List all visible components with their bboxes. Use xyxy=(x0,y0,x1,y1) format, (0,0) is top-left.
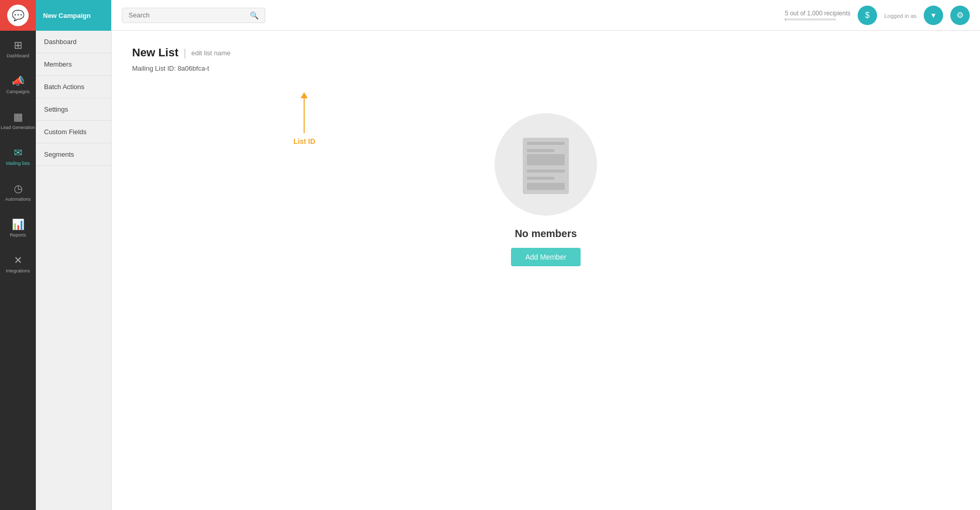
sidebar-item-dashboard[interactable]: ⊞ Dashboard xyxy=(0,31,36,67)
sidebar-item-mailing-lists[interactable]: ✉ Mailing lists xyxy=(0,138,36,174)
annotation-label: List ID xyxy=(293,137,315,145)
recipients-text: 5 out of 1,000 recipients xyxy=(785,10,850,17)
search-box[interactable]: 🔍 xyxy=(122,8,265,23)
empty-state: No members Add Member xyxy=(132,82,960,297)
mailing-lists-label: Mailing lists xyxy=(6,161,30,166)
recipients-bar xyxy=(785,18,836,20)
doc-line-3 xyxy=(527,169,565,173)
sidebar-menu-settings[interactable]: Settings xyxy=(36,98,111,121)
reports-label: Reports xyxy=(10,232,26,238)
recipients-bar-fill xyxy=(785,18,785,20)
sidebar-menu-members[interactable]: Members xyxy=(36,53,111,76)
add-member-button[interactable]: Add Member xyxy=(511,248,581,266)
sidebar-menu-segments[interactable]: Segments xyxy=(36,143,111,166)
mailing-id-label: Mailing List ID: xyxy=(132,65,176,72)
mailing-id-value: 8a06bfca-t xyxy=(178,65,209,72)
integrations-icon: ✕ xyxy=(14,254,23,266)
reports-icon: 📊 xyxy=(12,218,25,230)
app-logo[interactable]: 💬 xyxy=(0,0,36,31)
sidebar-item-lead-generation[interactable]: ▦ Lead Generation xyxy=(0,102,36,138)
left-navigation: 💬 ⊞ Dashboard 📣 Campaigns ▦ Lead Generat… xyxy=(0,0,36,510)
campaigns-label: Campaigns xyxy=(6,89,30,95)
page-title: New List xyxy=(132,46,178,59)
topbar: 🔍 5 out of 1,000 recipients $ Logged in … xyxy=(112,0,980,31)
logged-in-text: Logged in as xyxy=(884,13,917,19)
lead-generation-icon: ▦ xyxy=(13,111,23,123)
doc-line-1 xyxy=(527,142,565,145)
empty-state-title: No members xyxy=(515,228,577,240)
doc-rect xyxy=(527,154,565,165)
sidebar-item-automations[interactable]: ◷ Automations xyxy=(0,174,36,210)
empty-icon-circle xyxy=(495,113,597,216)
topbar-right: 5 out of 1,000 recipients $ Logged in as… xyxy=(785,6,970,25)
automations-icon: ◷ xyxy=(14,182,23,195)
doc-footer xyxy=(527,183,565,190)
dollar-button[interactable]: $ xyxy=(858,6,877,25)
sidebar-item-campaigns[interactable]: 📣 Campaigns xyxy=(0,67,36,102)
annotation-arrowhead xyxy=(301,92,308,98)
search-input[interactable] xyxy=(129,11,246,19)
sidebar-menu-batch-actions[interactable]: Batch Actions xyxy=(36,76,111,98)
dashboard-icon: ⊞ xyxy=(14,39,23,51)
user-dropdown-button[interactable]: ▾ xyxy=(924,6,943,25)
dashboard-label: Dashboard xyxy=(7,53,29,59)
integrations-label: Integrations xyxy=(6,268,30,274)
automations-label: Automations xyxy=(5,197,31,202)
settings-button[interactable]: ⚙ xyxy=(950,6,970,25)
doc-body xyxy=(523,138,569,194)
logo-icon: 💬 xyxy=(7,5,29,26)
campaign-title: New Campaign xyxy=(36,0,111,31)
doc-illustration xyxy=(520,134,571,195)
annotation-arrow-line xyxy=(304,97,305,133)
list-id-annotation: List ID xyxy=(293,97,315,145)
sidebar-item-reports[interactable]: 📊 Reports xyxy=(0,210,36,246)
logged-in-label: Logged in as xyxy=(884,11,917,20)
title-divider: | xyxy=(183,47,186,59)
title-row: New List | edit list name xyxy=(132,46,960,59)
content-area: New List | edit list name Mailing List I… xyxy=(112,31,980,510)
main-area: 🔍 5 out of 1,000 recipients $ Logged in … xyxy=(112,0,980,510)
campaigns-icon: 📣 xyxy=(12,75,25,87)
doc-line-4 xyxy=(527,177,555,180)
search-icon: 🔍 xyxy=(250,11,259,19)
recipients-section: 5 out of 1,000 recipients xyxy=(785,10,850,20)
doc-line-2 xyxy=(527,149,555,152)
sidebar-menu-dashboard[interactable]: Dashboard xyxy=(36,31,111,53)
edit-list-name-link[interactable]: edit list name xyxy=(191,49,231,57)
sidebar-item-integrations[interactable]: ✕ Integrations xyxy=(0,246,36,282)
lead-generation-label: Lead Generation xyxy=(1,125,35,131)
sidebar-menu-custom-fields[interactable]: Custom Fields xyxy=(36,121,111,143)
mailing-lists-icon: ✉ xyxy=(14,146,23,159)
secondary-sidebar: New Campaign Dashboard Members Batch Act… xyxy=(36,0,112,510)
mailing-list-id: Mailing List ID: 8a06bfca-t xyxy=(132,65,960,72)
